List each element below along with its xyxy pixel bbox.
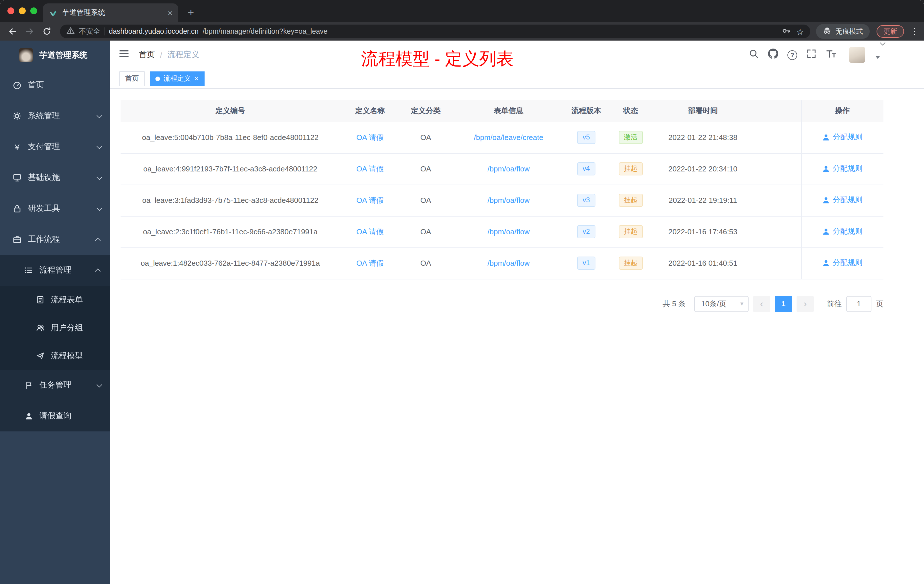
definition-name-link[interactable]: OA 请假 [356, 259, 383, 267]
github-icon[interactable] [768, 49, 778, 61]
definition-name-link[interactable]: OA 请假 [356, 164, 383, 173]
chevron-down-icon [97, 205, 102, 211]
definition-id: oa_leave:1:482ec033-762a-11ec-8477-a2380… [120, 247, 340, 279]
sidebar-item-process-model[interactable]: 流程模型 [0, 342, 110, 370]
password-key-icon[interactable] [781, 26, 790, 37]
breadcrumb-separator: / [160, 50, 162, 59]
help-icon[interactable]: ? [787, 50, 797, 60]
gear-icon [13, 111, 22, 120]
column-header: 状态 [607, 100, 654, 122]
sidebar-item-infrastructure[interactable]: 基础设施 [0, 162, 110, 193]
user-icon [823, 196, 830, 204]
assign-rule-link[interactable]: 分配规则 [823, 226, 863, 237]
assign-rule-link[interactable]: 分配规则 [823, 132, 863, 143]
bookmark-star-icon[interactable]: ☆ [796, 27, 804, 36]
sidebar-item-user-group[interactable]: 用户分组 [0, 314, 110, 342]
status-badge: 挂起 [619, 256, 643, 270]
side-panel-chevron-icon[interactable] [878, 41, 886, 48]
table-row: oa_leave:3:1fad3d93-7b75-11ec-a3c8-acde4… [120, 185, 883, 216]
sidebar-item-label: 流程管理 [40, 265, 71, 276]
deploy-time: 2022-01-16 17:46:53 [654, 216, 751, 247]
sidebar-item-label: 请假查询 [40, 411, 71, 421]
sidebar-item-home[interactable]: 首页 [0, 70, 110, 101]
maximize-window-button[interactable] [30, 7, 37, 14]
sidebar-item-workflow[interactable]: 工作流程 [0, 224, 110, 255]
form-info-link[interactable]: /bpm/oa/flow [487, 165, 530, 173]
incognito-badge: 无痕模式 [816, 24, 870, 39]
window-controls [7, 7, 37, 14]
avatar-caret-down-icon[interactable] [875, 56, 880, 59]
form-info-link[interactable]: /bpm/oa/flow [487, 196, 530, 205]
browser-tab[interactable]: 芋道管理系统 × [43, 3, 178, 22]
form-info-link[interactable]: /bpm/oa/flow [487, 228, 530, 236]
assign-rule-link[interactable]: 分配规则 [823, 258, 863, 268]
select-caret-down-icon: ▾ [740, 300, 743, 307]
filler-cell [751, 216, 801, 247]
browser-menu-icon[interactable]: ⋮ [910, 26, 919, 36]
column-header: 表单信息 [451, 100, 566, 122]
definition-name-link[interactable]: OA 请假 [356, 196, 383, 204]
url-bar[interactable]: 不安全 dashboard.yudao.iocoder.cn /bpm/mana… [60, 25, 810, 38]
next-page-button[interactable]: › [797, 296, 814, 312]
infrastructure-icon [13, 173, 22, 182]
dashboard-icon [13, 81, 22, 90]
reload-icon[interactable] [40, 24, 54, 39]
version-badge: v5 [577, 130, 596, 144]
sidebar-item-process-management[interactable]: 流程管理 [0, 255, 110, 286]
fullscreen-icon[interactable] [806, 49, 817, 61]
column-header: 部署时间 [654, 100, 751, 122]
browser-tabstrip: 芋道管理系统 × + [0, 0, 924, 22]
search-icon[interactable] [749, 49, 759, 61]
goto-page-input[interactable] [846, 296, 871, 312]
flag-icon [24, 381, 33, 390]
send-icon [35, 351, 45, 360]
tab-close-icon[interactable]: × [167, 8, 173, 17]
minimize-window-button[interactable] [19, 7, 26, 14]
form-info-link[interactable]: /bpm/oa/flow [487, 259, 530, 267]
sidebar-item-label: 任务管理 [40, 380, 71, 390]
hamburger-icon[interactable] [118, 48, 130, 62]
definition-id: oa_leave:3:1fad3d93-7b75-11ec-a3c8-acde4… [120, 185, 340, 216]
page-number-button[interactable]: 1 [775, 296, 792, 312]
sidebar-item-system-management[interactable]: 系统管理 [0, 101, 110, 132]
form-icon [35, 295, 45, 304]
assign-rule-link[interactable]: 分配规则 [823, 164, 863, 174]
prev-page-button[interactable]: ‹ [753, 296, 770, 312]
security-label: 不安全 [79, 26, 100, 36]
page-content: 定义编号 定义名称 定义分类 表单信息 流程版本 状态 部署时间 操作 [110, 89, 924, 584]
definition-category: OA [400, 122, 451, 153]
status-badge: 挂起 [619, 193, 643, 207]
user-icon [823, 259, 830, 267]
sidebar-item-task-management[interactable]: 任务管理 [0, 370, 110, 401]
sidebar-item-dev-tools[interactable]: 研发工具 [0, 193, 110, 224]
chevron-up-icon [95, 238, 101, 243]
assign-rule-link[interactable]: 分配规则 [823, 195, 863, 205]
forward-icon[interactable] [22, 24, 37, 39]
new-tab-button[interactable]: + [184, 6, 198, 20]
page-size-select[interactable]: 10条/页 ▾ [694, 296, 749, 312]
tab-title: 芋道管理系统 [62, 8, 163, 18]
tag-home[interactable]: 首页 [119, 71, 145, 86]
update-button[interactable]: 更新 [876, 25, 904, 38]
form-info-link[interactable]: /bpm/oa/leave/create [474, 133, 543, 142]
font-size-icon[interactable] [826, 49, 837, 61]
breadcrumb-current: 流程定义 [167, 50, 200, 60]
deploy-time: 2022-01-16 01:40:51 [654, 247, 751, 279]
definition-category: OA [400, 153, 451, 185]
back-icon[interactable] [5, 24, 20, 39]
sidebar-item-payment-management[interactable]: ¥ 支付管理 [0, 132, 110, 162]
definition-name-link[interactable]: OA 请假 [356, 133, 383, 142]
goto-label: 前往 [827, 299, 842, 309]
definition-name-link[interactable]: OA 请假 [356, 227, 383, 236]
sidebar-item-leave-query[interactable]: 请假查询 [0, 401, 110, 431]
tag-process-definition[interactable]: 流程定义 × [150, 71, 204, 86]
table-row: oa_leave:5:004b710b-7b8a-11ec-8ef0-acde4… [120, 122, 883, 153]
url-path: /bpm/manager/definition?key=oa_leave [203, 27, 777, 35]
close-window-button[interactable] [7, 7, 14, 14]
tag-close-icon[interactable]: × [194, 75, 198, 82]
chevron-down-icon [97, 112, 102, 118]
sidebar-item-process-form[interactable]: 流程表单 [0, 286, 110, 314]
incognito-spy-icon [823, 26, 832, 36]
breadcrumb-home[interactable]: 首页 [139, 50, 155, 60]
avatar[interactable] [849, 47, 865, 63]
